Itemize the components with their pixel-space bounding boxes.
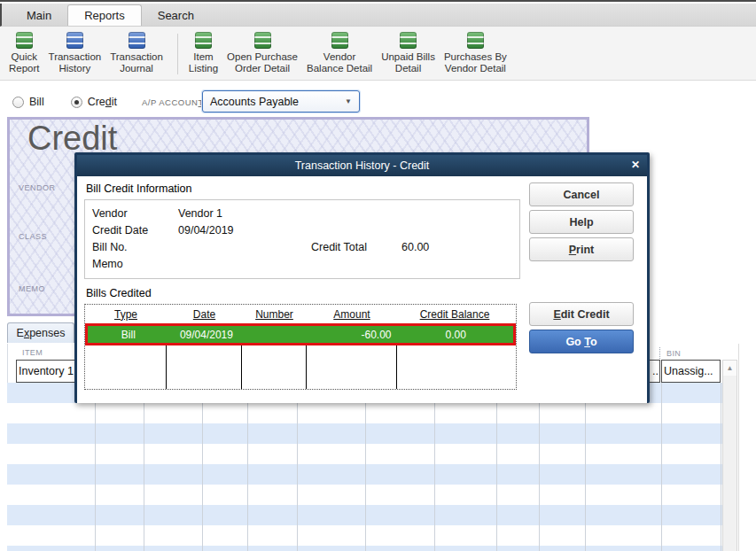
bill-date-cell: 09/04/2019 bbox=[169, 329, 245, 341]
transaction-history-dialog: Transaction History - Credit ✕ Bill Cred… bbox=[74, 152, 650, 403]
bill-radio-label: Bill bbox=[29, 96, 44, 108]
unpaid-bills-detail-icon bbox=[400, 32, 417, 49]
grid-right-border bbox=[738, 344, 739, 551]
transaction-journal-button[interactable]: TransactionJournal bbox=[110, 32, 163, 74]
credit-total-value: 60.00 bbox=[401, 241, 429, 253]
bills-credited-table: Type Date Number Amount Credit Balance B… bbox=[84, 304, 517, 390]
column-divider bbox=[144, 383, 144, 551]
number-column-header: Number bbox=[242, 308, 307, 321]
transaction-type-bar: Bill Credit A/P ACCOUNT Accounts Payable… bbox=[0, 90, 756, 113]
quick-report-button[interactable]: QuickReport bbox=[9, 32, 40, 74]
toolbar-separator bbox=[177, 34, 178, 74]
tab-reports[interactable]: Reports bbox=[67, 4, 142, 26]
credit-radio[interactable] bbox=[71, 97, 82, 108]
vendor-label: Vendor bbox=[92, 207, 128, 220]
column-divider bbox=[297, 383, 298, 551]
bills-credited-header-row: Type Date Number Amount Credit Balance bbox=[85, 305, 516, 323]
column-divider bbox=[585, 383, 586, 551]
column-divider bbox=[496, 383, 497, 551]
open-purchase-order-detail-icon bbox=[254, 32, 271, 49]
credit-date-label: Credit Date bbox=[92, 224, 148, 237]
bill-credit-info-box: Vendor Vendor 1 Credit Date 09/04/2019 B… bbox=[84, 199, 520, 279]
vendor-field-label: VENDOR bbox=[19, 183, 56, 192]
transaction-history-icon bbox=[66, 32, 83, 49]
chevron-down-icon: ▼ bbox=[345, 97, 352, 105]
tab-search[interactable]: Search bbox=[142, 4, 210, 26]
bill-credit-balance-cell: 0.00 bbox=[399, 329, 513, 341]
bin-column-header: BIN bbox=[666, 349, 681, 358]
vendor-balance-detail-button[interactable]: VendorBalance Detail bbox=[307, 32, 372, 74]
scroll-up-icon[interactable]: ▲ bbox=[723, 361, 737, 376]
open-purchase-order-detail-button[interactable]: Open PurchaseOrder Detail bbox=[227, 32, 298, 74]
memo-field-label: MEMO bbox=[19, 284, 45, 293]
close-icon[interactable]: ✕ bbox=[631, 159, 640, 171]
vendor-value: Vendor 1 bbox=[178, 207, 222, 220]
transaction-history-button[interactable]: TransactionHistory bbox=[49, 32, 102, 74]
reports-toolbar: QuickReport TransactionHistory Transacti… bbox=[0, 27, 756, 80]
item-listing-icon bbox=[195, 32, 212, 49]
quick-report-icon bbox=[16, 32, 33, 49]
purchases-by-vendor-detail-icon bbox=[467, 32, 484, 49]
bill-amount-cell: -60.00 bbox=[308, 329, 399, 341]
unpaid-bills-detail-button[interactable]: Unpaid BillsDetail bbox=[381, 32, 435, 74]
transaction-journal-icon bbox=[129, 32, 145, 49]
memo-label: Memo bbox=[92, 258, 123, 270]
column-divider bbox=[202, 383, 203, 551]
bills-credited-heading: Bills Credited bbox=[86, 287, 152, 299]
edit-credit-button[interactable]: Edit Credit bbox=[529, 302, 634, 326]
column-divider bbox=[365, 383, 366, 551]
purchases-by-vendor-detail-button[interactable]: Purchases ByVendor Detail bbox=[444, 32, 507, 74]
ap-account-dropdown-value: Accounts Payable bbox=[210, 96, 299, 108]
empty-table-rows[interactable] bbox=[85, 345, 516, 389]
bill-row-highlighted[interactable]: Bill 09/04/2019 -60.00 0.00 bbox=[85, 323, 516, 345]
bill-no-label: Bill No. bbox=[92, 241, 128, 253]
credit-date-value: 09/04/2019 bbox=[178, 224, 234, 237]
item-listing-button[interactable]: ItemListing bbox=[189, 32, 218, 74]
date-column-header: Date bbox=[167, 308, 242, 321]
print-button[interactable]: Print bbox=[529, 237, 634, 261]
bill-type-cell: Bill bbox=[88, 329, 169, 341]
column-divider bbox=[247, 383, 248, 551]
item-column-header: ITEM bbox=[22, 348, 43, 357]
bill-radio[interactable] bbox=[12, 97, 24, 108]
tab-main[interactable]: Main bbox=[11, 4, 67, 26]
table-column-divider bbox=[396, 345, 397, 389]
column-divider bbox=[434, 383, 435, 551]
bin-cell[interactable]: Unassig... bbox=[661, 360, 721, 383]
table-column-divider bbox=[241, 345, 242, 389]
app-window: Main Reports Search QuickReport Transact… bbox=[0, 0, 756, 551]
column-divider bbox=[661, 383, 662, 551]
dialog-title-bar[interactable]: Transaction History - Credit ✕ bbox=[77, 155, 647, 176]
tab-expenses[interactable]: Expenses bbox=[7, 322, 74, 343]
dialog-body: Bill Credit Information Vendor Vendor 1 … bbox=[77, 176, 647, 403]
column-divider bbox=[721, 383, 721, 551]
column-divider bbox=[95, 383, 96, 551]
column-resize-handle[interactable] bbox=[659, 347, 660, 359]
type-column-header: Type bbox=[85, 308, 167, 321]
go-to-button[interactable]: Go To bbox=[529, 330, 634, 353]
amount-column-header: Amount bbox=[307, 308, 397, 321]
ap-account-label: A/P ACCOUNT bbox=[142, 97, 204, 107]
bill-credit-information-heading: Bill Credit Information bbox=[86, 182, 192, 195]
class-field-label: CLASS bbox=[19, 232, 47, 241]
vendor-balance-detail-icon bbox=[331, 32, 348, 49]
credit-total-label: Credit Total bbox=[311, 241, 367, 253]
help-button[interactable]: Help bbox=[529, 210, 634, 234]
dialog-title: Transaction History - Credit bbox=[295, 159, 430, 172]
table-column-divider bbox=[306, 345, 307, 389]
vertical-scrollbar[interactable]: ▲ bbox=[722, 360, 737, 551]
credit-balance-column-header: Credit Balance bbox=[397, 308, 512, 321]
cancel-button[interactable]: Cancel bbox=[529, 182, 634, 206]
column-divider bbox=[539, 383, 540, 551]
ribbon-tab-strip: Main Reports Search bbox=[0, 4, 756, 27]
ap-account-dropdown[interactable]: Accounts Payable ▼ bbox=[202, 90, 360, 113]
table-column-divider bbox=[166, 345, 167, 389]
toolbar-divider bbox=[0, 80, 756, 81]
credit-radio-label: Credit bbox=[88, 96, 117, 108]
